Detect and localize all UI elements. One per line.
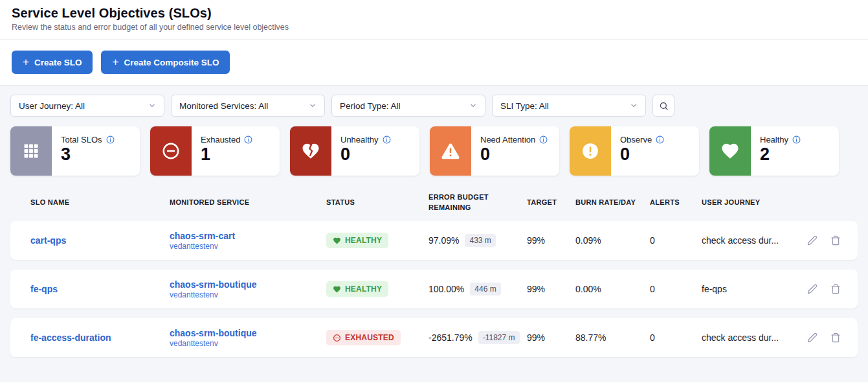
card-exhausted[interactable]: Exhausted 1 bbox=[150, 126, 280, 176]
status-badge: HEALTHY bbox=[326, 233, 388, 248]
trash-icon bbox=[830, 332, 841, 343]
sli-type-filter[interactable]: SLI Type: All bbox=[492, 95, 646, 117]
monitored-service-link[interactable]: chaos-srm-cart bbox=[170, 231, 326, 241]
burn-rate-value: 0.09% bbox=[575, 235, 650, 246]
period-type-filter-value: Period Type: All bbox=[340, 101, 401, 111]
slo-name-link[interactable]: fe-qps bbox=[30, 284, 170, 294]
error-budget-minutes: 433 m bbox=[465, 234, 495, 247]
create-slo-label: Create SLO bbox=[34, 58, 82, 67]
grid-icon bbox=[10, 126, 52, 176]
column-burn-rate: BURN RATE/DAY bbox=[575, 198, 650, 208]
card-label: Unhealthy bbox=[340, 135, 379, 145]
period-type-filter[interactable]: Period Type: All bbox=[331, 95, 485, 117]
error-budget-percent: 97.09% bbox=[428, 235, 459, 246]
slo-name-link[interactable]: cart-qps bbox=[30, 235, 170, 246]
pencil-icon bbox=[807, 284, 818, 294]
info-icon[interactable] bbox=[244, 135, 252, 144]
table-row[interactable]: cart-qps chaos-srm-cart vedanttestenv HE… bbox=[10, 221, 858, 260]
environment-link[interactable]: vedanttestenv bbox=[170, 290, 326, 299]
user-journey-value: check access dur... bbox=[702, 332, 802, 343]
info-icon[interactable] bbox=[539, 135, 548, 144]
page-subtitle: Review the status and error budget of al… bbox=[12, 23, 856, 32]
pencil-icon bbox=[807, 235, 818, 246]
target-value: 99% bbox=[527, 284, 575, 294]
minus-circle-icon bbox=[150, 126, 192, 176]
environment-link[interactable]: vedanttestenv bbox=[170, 242, 326, 251]
heart-icon bbox=[333, 237, 341, 245]
column-monitored-service: MONITORED SERVICE bbox=[170, 198, 326, 208]
card-unhealthy[interactable]: Unhealthy 0 bbox=[290, 126, 419, 176]
main-content: User Journey: All Monitored Services: Al… bbox=[0, 86, 868, 382]
info-icon[interactable] bbox=[106, 135, 115, 144]
page-title: Service Level Objectives (SLOs) bbox=[12, 6, 856, 21]
column-target: TARGET bbox=[527, 198, 575, 208]
error-budget-minutes: -11827 m bbox=[478, 331, 520, 344]
card-count: 1 bbox=[201, 145, 252, 165]
chevron-down-icon bbox=[469, 102, 477, 110]
edit-button[interactable] bbox=[807, 235, 818, 246]
search-icon bbox=[659, 101, 669, 111]
trash-icon bbox=[830, 284, 841, 294]
sli-type-filter-value: SLI Type: All bbox=[500, 101, 549, 111]
error-budget-percent: 100.00% bbox=[428, 284, 464, 294]
delete-button[interactable] bbox=[830, 332, 841, 343]
card-need-attention[interactable]: Need Attention 0 bbox=[430, 126, 559, 176]
alerts-count: 0 bbox=[650, 284, 702, 294]
card-label: Exhausted bbox=[201, 135, 240, 145]
create-composite-slo-label: Create Composite SLO bbox=[124, 58, 219, 67]
status-label: HEALTHY bbox=[345, 284, 382, 294]
user-journey-value: check access dur... bbox=[702, 235, 802, 246]
status-badge: EXHAUSTED bbox=[326, 330, 401, 345]
plus-icon: + bbox=[23, 56, 29, 67]
table-row[interactable]: fe-access-duration chaos-srm-boutique ve… bbox=[10, 318, 858, 357]
user-journey-value: fe-qps bbox=[702, 284, 802, 294]
search-button[interactable] bbox=[652, 95, 674, 117]
edit-button[interactable] bbox=[807, 284, 818, 294]
card-label: Total SLOs bbox=[61, 135, 102, 145]
card-healthy[interactable]: Healthy 2 bbox=[709, 126, 839, 176]
error-budget-minutes: 446 m bbox=[470, 283, 500, 296]
card-count: 2 bbox=[760, 145, 801, 165]
card-count: 0 bbox=[620, 145, 664, 165]
info-icon[interactable] bbox=[383, 135, 391, 144]
heart-icon bbox=[333, 285, 341, 294]
info-icon[interactable] bbox=[656, 135, 664, 144]
chevron-down-icon bbox=[630, 102, 638, 110]
monitored-service-link[interactable]: chaos-srm-boutique bbox=[170, 328, 326, 338]
target-value: 99% bbox=[527, 235, 575, 246]
pencil-icon bbox=[807, 332, 818, 343]
exclamation-circle-icon bbox=[570, 126, 611, 176]
actions-bar: + Create SLO + Create Composite SLO bbox=[0, 40, 868, 86]
card-count: 3 bbox=[61, 145, 115, 165]
heart-icon bbox=[709, 126, 751, 176]
card-label: Observe bbox=[620, 135, 652, 145]
summary-cards: Total SLOs 3 Exhausted 1 bbox=[10, 126, 858, 176]
user-journey-filter-value: User Journey: All bbox=[19, 101, 85, 111]
column-error-budget: ERROR BUDGET REMAINING bbox=[428, 192, 527, 213]
filters-bar: User Journey: All Monitored Services: Al… bbox=[10, 95, 858, 117]
slo-name-link[interactable]: fe-access-duration bbox=[30, 332, 170, 343]
card-label: Healthy bbox=[760, 135, 788, 145]
status-badge: HEALTHY bbox=[326, 281, 388, 297]
create-slo-button[interactable]: + Create SLO bbox=[12, 51, 93, 74]
card-total-slos[interactable]: Total SLOs 3 bbox=[10, 126, 140, 176]
card-observe[interactable]: Observe 0 bbox=[570, 126, 699, 176]
table-row[interactable]: fe-qps chaos-srm-boutique vedanttestenv … bbox=[10, 270, 858, 308]
column-status: STATUS bbox=[326, 198, 428, 208]
delete-button[interactable] bbox=[830, 235, 841, 246]
edit-button[interactable] bbox=[807, 332, 818, 343]
page-header: Service Level Objectives (SLOs) Review t… bbox=[0, 0, 868, 40]
delete-button[interactable] bbox=[830, 284, 841, 294]
monitored-service-link[interactable]: chaos-srm-boutique bbox=[170, 279, 326, 290]
user-journey-filter[interactable]: User Journey: All bbox=[10, 95, 164, 117]
target-value: 99% bbox=[527, 332, 575, 343]
card-label: Need Attention bbox=[480, 135, 535, 145]
column-user-journey: USER JOURNEY bbox=[702, 198, 802, 208]
monitored-services-filter[interactable]: Monitored Services: All bbox=[171, 95, 325, 117]
create-composite-slo-button[interactable]: + Create Composite SLO bbox=[101, 51, 230, 74]
environment-link[interactable]: vedanttestenv bbox=[170, 339, 326, 348]
column-alerts: ALERTS bbox=[650, 198, 702, 208]
plus-icon: + bbox=[112, 56, 118, 67]
monitored-services-filter-value: Monitored Services: All bbox=[179, 101, 268, 111]
info-icon[interactable] bbox=[792, 135, 801, 144]
